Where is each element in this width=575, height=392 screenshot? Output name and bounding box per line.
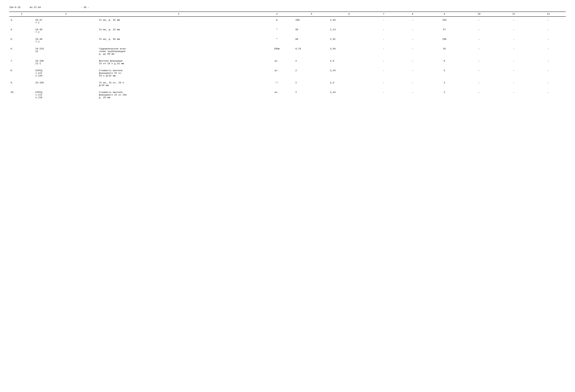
table-cell: 5 xyxy=(427,67,462,79)
table-cell: I xyxy=(294,79,329,89)
table-row: 8.ССРСЦ ч.III п.I28Стоимость вентиля фла… xyxy=(9,67,566,79)
table-cell: 2 xyxy=(294,58,329,67)
table-cell: IO6 xyxy=(427,36,462,45)
table-cell: – xyxy=(531,36,566,45)
col-header-11: II xyxy=(496,12,531,17)
table-cell: – xyxy=(398,36,427,45)
table-cell: Вентили фланцевые I5 кч I9 п д.32 мм xyxy=(98,58,260,67)
table-cell: 2 xyxy=(294,67,329,79)
table-cell: ССРСЦ ч.III п.I28 xyxy=(34,67,98,79)
table-cell: То же, д. 32 мм xyxy=(98,26,260,36)
table-row: 6.I6-2I9 22Гидравлическое испы- тение тр… xyxy=(9,45,566,58)
table-row: 4.I6-38 7-IТо же, д. 32 мм"50I,I4––57––– xyxy=(9,26,566,36)
table-cell: – xyxy=(369,79,398,89)
table-cell: I,I4 xyxy=(329,26,369,36)
table-row: 9.I6-IOOТо же, I5 кч. I9 п Д=25 мм–"–I2,… xyxy=(9,79,566,89)
table-row: 3.I6-37 7-IТо же, д. 25 мммIOOI,03––IO3–… xyxy=(9,17,566,26)
table-cell: – xyxy=(531,26,566,36)
table-cell: – xyxy=(496,58,531,67)
table-cell: I,03 xyxy=(329,17,369,26)
table-cell: – xyxy=(462,36,496,45)
table-cell: 2 xyxy=(427,89,462,101)
col-header-12: I2 xyxy=(531,12,566,17)
table-cell: То же, I5 кч. I9 п Д=25 мм xyxy=(98,79,260,89)
table-cell: I6-40 7-2 xyxy=(34,36,98,45)
table-cell: – xyxy=(531,58,566,67)
table-cell: м xyxy=(260,17,294,26)
table-cell: 5. xyxy=(9,36,34,45)
table-cell: 6. xyxy=(9,45,34,58)
col-header-10: IO xyxy=(462,12,496,17)
table-cell: I6-IOO II-I xyxy=(34,58,98,67)
table-cell: ССРСЦ ч.III п.I28 xyxy=(34,89,98,101)
table-cell: – xyxy=(496,36,531,45)
table-cell: То же, д. 50 мм xyxy=(98,36,260,45)
table-cell: – xyxy=(496,67,531,79)
table-cell: 2,9 xyxy=(329,58,369,67)
table-cell: – xyxy=(531,17,566,26)
table-cell: – xyxy=(398,89,427,101)
table-cell: 8. xyxy=(9,67,34,79)
table-cell: – xyxy=(369,58,398,67)
table-cell: Стоимость вентиля фланцевого I5 кч I9п д… xyxy=(98,89,260,101)
table-row: IO.ССРСЦ ч.III п.I28Стоимость вентиля фл… xyxy=(9,89,566,101)
table-cell: 8,76 xyxy=(294,45,329,58)
table-cell: – xyxy=(462,67,496,79)
table-cell: – xyxy=(496,17,531,26)
col-header-1: I xyxy=(9,12,34,17)
col-header-7: 7 xyxy=(369,12,398,17)
table-cell: I6-IOO xyxy=(34,79,98,89)
table-cell: – xyxy=(462,89,496,101)
table-row: 5.I6-40 7-2То же, д. 50 мм"66I,6I––IO6––… xyxy=(9,36,566,45)
table-cell: – xyxy=(496,45,531,58)
table-cell: – xyxy=(369,36,398,45)
table-cell: – xyxy=(369,67,398,79)
col-header-9: 9 xyxy=(427,12,462,17)
table-cell: 4. xyxy=(9,26,34,36)
table-cell: 7. xyxy=(9,58,34,67)
table-cell: " xyxy=(260,26,294,36)
table-cell: – xyxy=(462,26,496,36)
table-cell: – xyxy=(398,58,427,67)
table-cell: 57 xyxy=(427,26,462,36)
table-cell: – xyxy=(462,79,496,89)
table-cell: – xyxy=(398,79,427,89)
table-cell: 35 xyxy=(427,45,462,58)
table-cell: 3. xyxy=(9,17,34,26)
table-cell: 2,44 xyxy=(329,89,369,101)
table-cell: 6 xyxy=(427,58,462,67)
table-cell: 9. xyxy=(9,79,34,89)
table-header-row: I 2 3 4 5 6 7 8 9 IO II I2 xyxy=(9,12,566,17)
col-header-4: 4 xyxy=(260,12,294,17)
table-cell: – xyxy=(369,89,398,101)
table-cell: 2,44 xyxy=(329,67,369,79)
table-cell: шт. xyxy=(260,58,294,67)
table-cell: IOO xyxy=(294,17,329,26)
table-cell: – xyxy=(531,89,566,101)
table-cell: – xyxy=(369,26,398,36)
table-row: 7.I6-IOO II-IВентили фланцевые I5 кч I9 … xyxy=(9,58,566,67)
col-header-2: 2 xyxy=(34,12,98,17)
table-cell: – xyxy=(369,45,398,58)
table-cell: " xyxy=(260,36,294,45)
table-cell: – xyxy=(398,26,427,36)
table-cell: – xyxy=(496,89,531,101)
table-cell: I6-37 7-I xyxy=(34,17,98,26)
table-cell: – xyxy=(462,17,496,26)
table-cell: – xyxy=(398,67,427,79)
table-cell: I6-2I9 22 xyxy=(34,45,98,58)
table-cell: – xyxy=(496,79,531,89)
table-cell: То же, д. 25 мм xyxy=(98,17,260,26)
table-cell: шт. xyxy=(260,89,294,101)
main-table: I 2 3 4 5 6 7 8 9 IO II I2 3.I6-37 7-IТо… xyxy=(9,12,566,101)
table-cell: I6-38 7-I xyxy=(34,26,98,36)
table-cell: 50 xyxy=(294,26,329,36)
table-cell: – xyxy=(398,45,427,58)
table-cell: IO3 xyxy=(427,17,462,26)
table-cell: – xyxy=(531,79,566,89)
table-cell: 3 xyxy=(427,79,462,89)
table-cell: IO. xyxy=(9,89,34,101)
table-cell: – xyxy=(531,45,566,58)
header-doc: Ал.IУ.84 xyxy=(30,6,41,9)
header-code: 294-6-IO xyxy=(9,6,20,9)
